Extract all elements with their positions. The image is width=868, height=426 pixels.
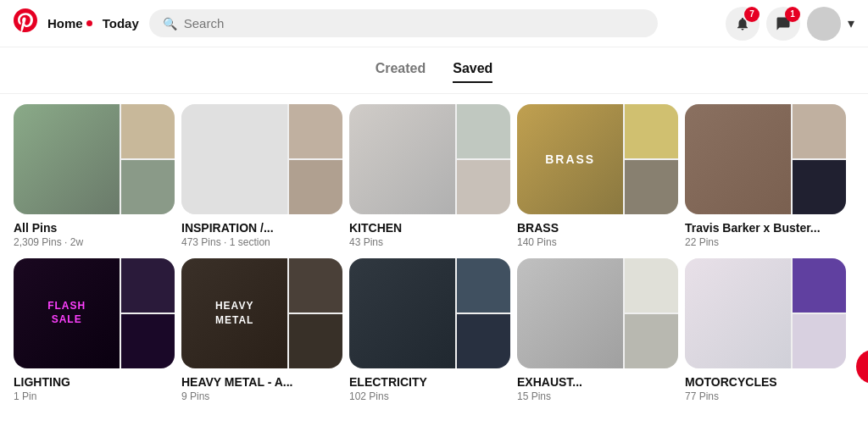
header: Home Today 🔍 7 1 ▾ [0,0,868,47]
board-name: KITCHEN [349,221,510,235]
header-right: 7 1 ▾ [726,7,854,41]
chevron-down-icon[interactable]: ▾ [848,15,854,31]
avatar[interactable] [807,7,841,41]
board-card-heavy-metal[interactable]: HEAVYMETAL HEAVY METAL - A... 9 Pins [181,258,342,402]
nav-today[interactable]: Today [103,16,139,30]
board-card-brass[interactable]: BRASS BRASS 140 Pins [517,104,678,248]
board-meta: 2,309 Pins · 2w [14,236,175,248]
board-card-kitchen[interactable]: KITCHEN 43 Pins [349,104,510,248]
search-bar[interactable]: 🔍 [149,9,658,37]
board-card-all-pins[interactable]: All Pins 2,309 Pins · 2w [14,104,175,248]
messages-button[interactable]: 1 [766,7,800,41]
divider [0,93,868,94]
board-meta: 1 Pin [14,390,175,402]
board-name: All Pins [14,221,175,235]
pinterest-logo[interactable] [14,8,37,38]
search-icon: 🔍 [163,17,177,30]
board-meta: 9 Pins [181,390,342,402]
board-card-exhaust[interactable]: EXHAUST... 15 Pins [517,258,678,402]
board-meta: 43 Pins [349,236,510,248]
notifications-button[interactable]: 7 [726,7,760,41]
search-input[interactable] [184,16,644,30]
board-meta: 22 Pins [685,236,846,248]
board-meta: 77 Pins [685,390,846,402]
board-card-inspiration[interactable]: INSPIRATION /... 473 Pins · 1 section [181,104,342,248]
board-card-travis-barker[interactable]: Travis Barker x Buster... 22 Pins [685,104,846,248]
board-name: ELECTRICITY [349,375,510,389]
nav-home[interactable]: Home [47,16,92,30]
board-card-lighting[interactable]: FLASHSALE LIGHTING 1 Pin [14,258,175,402]
notifications-badge: 7 [744,7,760,22]
messages-badge: 1 [785,7,800,22]
board-name: HEAVY METAL - A... [181,375,342,389]
board-name: MOTORCYCLES [685,375,846,389]
tab-saved[interactable]: Saved [453,61,492,83]
board-meta: 15 Pins [517,390,678,402]
board-name: EXHAUST... [517,375,678,389]
board-name: BRASS [517,221,678,235]
tabs: Created Saved [0,47,868,93]
board-card-motorcycles[interactable]: MOTORCYCLES 77 Pins [685,258,846,402]
board-name: INSPIRATION /... [181,221,342,235]
board-name: LIGHTING [14,375,175,389]
nav-home-dot [86,20,92,26]
tab-created[interactable]: Created [376,61,426,83]
board-meta: 140 Pins [517,236,678,248]
boards-row-2: FLASHSALE LIGHTING 1 Pin HEAVYMETAL HEAV… [0,258,868,409]
boards-row-1: All Pins 2,309 Pins · 2w INSPIRATION /..… [0,104,868,255]
board-name: Travis Barker x Buster... [685,221,846,235]
nav-home-label: Home [47,16,83,30]
board-meta: 102 Pins [349,390,510,402]
board-card-electricity[interactable]: ELECTRICITY 102 Pins [349,258,510,402]
add-board-button[interactable]: + [856,350,868,384]
board-meta: 473 Pins · 1 section [181,236,342,248]
